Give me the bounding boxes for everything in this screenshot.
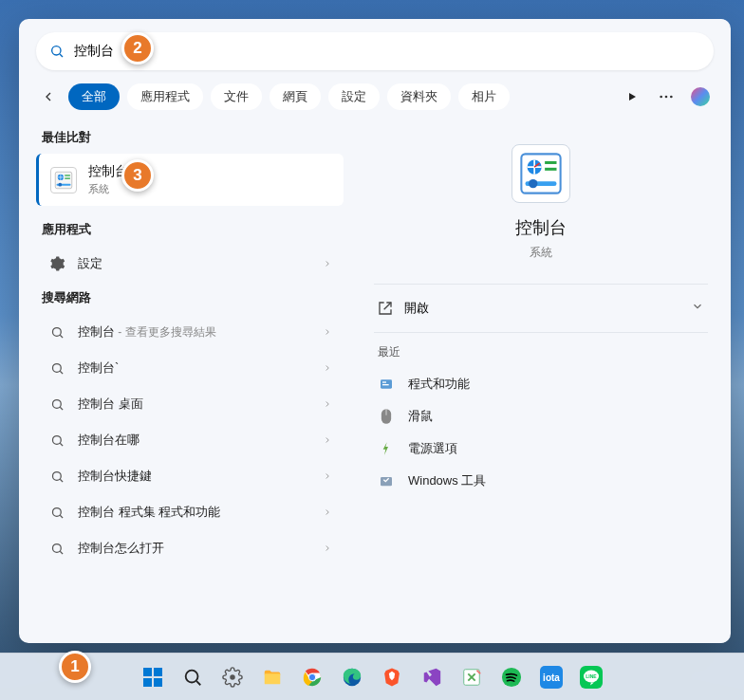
svg-rect-7 — [55, 172, 72, 189]
search-icon — [47, 467, 66, 486]
svg-point-15 — [52, 363, 61, 372]
web-result[interactable]: 控制台 程式集 程式和功能 — [36, 494, 344, 530]
tab-apps[interactable]: 應用程式 — [127, 83, 203, 110]
web-result[interactable]: 控制台怎么打开 — [36, 530, 344, 566]
preview-pane: 控制台 系統 開啟 最近 程式和功能滑鼠電源選項Windows 工具 — [351, 121, 731, 643]
recent-item[interactable]: 滑鼠 — [374, 400, 708, 433]
chevron-right-icon — [323, 255, 332, 272]
svg-line-14 — [60, 335, 63, 338]
svg-point-19 — [52, 435, 61, 444]
svg-point-3 — [660, 96, 662, 99]
tab-all[interactable]: 全部 — [68, 83, 120, 110]
tab-settings[interactable]: 設定 — [328, 83, 380, 110]
recent-item[interactable]: 電源選項 — [374, 433, 708, 465]
section-web: 搜尋網路 — [36, 282, 344, 314]
svg-rect-29 — [545, 161, 556, 164]
svg-line-18 — [60, 407, 63, 410]
section-apps: 應用程式 — [36, 213, 344, 246]
chevron-right-icon — [323, 468, 332, 485]
programs-icon — [378, 376, 395, 393]
svg-line-44 — [196, 681, 200, 685]
search-input[interactable] — [74, 44, 700, 59]
preview-subtitle: 系統 — [374, 245, 708, 261]
taskbar-search-icon[interactable] — [179, 664, 206, 691]
chevron-right-icon — [323, 359, 332, 377]
svg-marker-2 — [629, 93, 636, 101]
chevron-right-icon — [323, 504, 332, 521]
list-item-label: 控制台 桌面 — [78, 396, 311, 413]
web-result[interactable]: 控制台 桌面 — [36, 386, 344, 422]
recent-item[interactable]: 程式和功能 — [374, 368, 708, 400]
copilot-icon[interactable] — [687, 83, 714, 110]
recent-item-label: 滑鼠 — [408, 408, 433, 425]
taskbar-line-icon[interactable]: LINE — [578, 664, 604, 691]
web-result[interactable]: 控制台` — [36, 350, 344, 386]
taskbar-brave-icon[interactable] — [379, 664, 405, 691]
play-button[interactable] — [619, 91, 645, 102]
start-button[interactable] — [140, 664, 166, 691]
tab-photos[interactable]: 相片 — [458, 83, 510, 110]
search-icon — [47, 539, 66, 558]
svg-point-43 — [186, 670, 198, 682]
web-result[interactable]: 控制台快捷鍵 — [36, 458, 344, 494]
svg-rect-40 — [154, 668, 162, 676]
open-label: 開啟 — [404, 300, 429, 317]
app-settings[interactable]: 設定 — [36, 246, 344, 282]
svg-point-32 — [529, 179, 537, 188]
results-left: 最佳比對 控制台 系統 應用程式 設定 搜尋網路 — [19, 121, 351, 643]
svg-rect-9 — [65, 175, 70, 175]
taskbar-app-icon[interactable] — [458, 664, 485, 691]
taskbar-settings-icon[interactable] — [219, 664, 246, 691]
search-icon — [47, 359, 66, 378]
search-icon — [49, 44, 65, 59]
open-icon — [378, 301, 393, 316]
taskbar-edge-icon[interactable] — [339, 664, 365, 691]
preview-app-icon — [512, 144, 570, 203]
svg-point-45 — [230, 674, 235, 680]
svg-rect-10 — [65, 177, 70, 178]
best-match-result[interactable]: 控制台 系統 — [36, 154, 344, 206]
step-badge-1: 1 — [59, 651, 91, 683]
taskbar-chrome-icon[interactable] — [299, 664, 326, 691]
open-action[interactable]: 開啟 — [374, 285, 708, 332]
chevron-right-icon — [323, 323, 332, 341]
tools-icon — [378, 472, 395, 489]
svg-point-23 — [52, 507, 61, 516]
section-best-match: 最佳比對 — [36, 121, 344, 154]
recent-item-label: Windows 工具 — [408, 472, 486, 489]
web-result[interactable]: 控制台 - 查看更多搜尋結果 — [36, 314, 344, 350]
svg-point-25 — [52, 543, 61, 552]
tab-folders[interactable]: 資料夾 — [387, 83, 451, 110]
recent-item[interactable]: Windows 工具 — [374, 465, 708, 497]
svg-rect-27 — [521, 154, 560, 193]
svg-line-22 — [60, 479, 63, 482]
taskbar-visualstudio-icon[interactable] — [418, 664, 445, 691]
taskbar-explorer-icon[interactable] — [259, 664, 286, 691]
recent-item-label: 程式和功能 — [408, 376, 470, 393]
taskbar: iota LINE — [0, 653, 744, 700]
web-result[interactable]: 控制台在哪 — [36, 422, 344, 458]
svg-line-24 — [60, 515, 63, 518]
list-item-label: 控制台在哪 — [78, 432, 311, 449]
back-button[interactable] — [36, 84, 61, 109]
tab-documents[interactable]: 文件 — [211, 83, 262, 110]
power-icon — [378, 440, 395, 457]
chevron-right-icon — [323, 396, 332, 413]
svg-point-0 — [52, 46, 61, 55]
list-item-label: 控制台怎么打开 — [78, 540, 311, 557]
start-search-panel: 全部 應用程式 文件 網頁 設定 資料夾 相片 最佳比對 控制台 系統 — [19, 19, 731, 643]
step-badge-3: 3 — [121, 159, 154, 192]
chevron-down-icon[interactable] — [691, 300, 704, 317]
tab-web[interactable]: 網頁 — [270, 83, 321, 110]
list-item-label: 控制台` — [78, 359, 311, 377]
svg-point-21 — [52, 471, 61, 480]
taskbar-iota-icon[interactable]: iota — [538, 664, 565, 691]
preview-title: 控制台 — [374, 216, 708, 239]
chevron-right-icon — [323, 540, 332, 557]
svg-point-12 — [58, 182, 62, 186]
svg-point-5 — [670, 96, 673, 99]
taskbar-spotify-icon[interactable] — [498, 664, 525, 691]
more-button[interactable] — [653, 95, 679, 99]
search-icon — [47, 503, 66, 522]
search-icon — [47, 395, 66, 414]
